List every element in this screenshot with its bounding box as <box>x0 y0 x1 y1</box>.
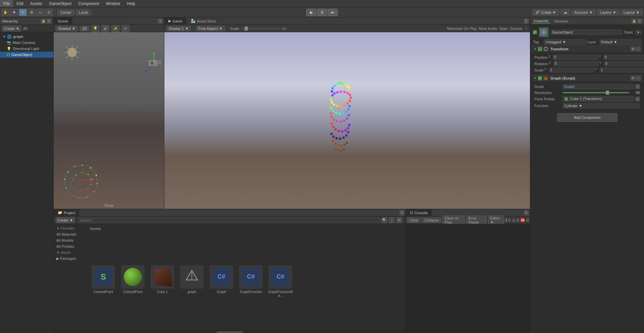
local-button[interactable]: Local <box>76 9 91 15</box>
asset-coloredpoint-mat[interactable]: ColoredPoint <box>119 265 146 294</box>
sidebar-packages[interactable]: ▶ Packages <box>54 255 87 261</box>
asset-coloredpoint-shader[interactable]: S ColoredPoint <box>90 265 117 294</box>
scene-effects-btn[interactable]: ✨ <box>111 25 119 32</box>
tab-console[interactable]: ⊡ Console <box>406 209 432 217</box>
tab-services[interactable]: Services <box>553 19 570 23</box>
2d-toggle[interactable]: 2D <box>80 26 89 31</box>
search-icon[interactable]: 🔍 <box>381 217 387 223</box>
display-dropdown[interactable]: Display 1 ▼ <box>166 26 191 31</box>
maximize-on-play[interactable]: Maximize On Play <box>447 27 477 31</box>
tab-project[interactable]: 📁 Project <box>54 209 79 217</box>
cloud-button[interactable]: ☁ <box>560 9 570 15</box>
play-button[interactable]: ▶ <box>306 9 316 16</box>
scene-audio-btn[interactable]: 🔊 <box>101 25 109 32</box>
inspector-menu[interactable]: ☰ <box>637 19 642 23</box>
point-prefab-picker-btn[interactable]: ⊙ <box>635 97 640 101</box>
tag-dropdown[interactable]: Untagged ▼ <box>544 39 586 45</box>
graph-settings-btn[interactable]: ⚙ <box>631 76 635 81</box>
gizmos-btn[interactable]: Gizmos <box>510 27 522 31</box>
clear-on-play-btn[interactable]: Clear on Play <box>442 216 465 225</box>
menu-edit[interactable]: Edit <box>13 0 27 7</box>
project-menu-btn[interactable]: ☰ <box>399 210 404 215</box>
menu-gameobject[interactable]: GameObject <box>46 0 75 7</box>
static-dropdown[interactable]: ▼ <box>635 30 641 35</box>
script-value[interactable]: Graph <box>562 84 634 89</box>
editor-btn[interactable]: Editor ▼ <box>488 216 504 225</box>
aspect-dropdown[interactable]: Free Aspect ▼ <box>196 26 225 31</box>
function-dropdown[interactable]: Cylinder ▼ <box>562 103 640 108</box>
collapse-btn[interactable]: Collapse <box>422 218 441 223</box>
graph-active-checkbox[interactable]: ✓ <box>538 76 542 80</box>
hierarchy-create-btn[interactable]: Create ▼ <box>2 26 21 32</box>
account-button[interactable]: Account ▼ <box>572 9 596 15</box>
sort-icon[interactable]: ↕ <box>389 217 395 223</box>
project-search-input[interactable] <box>78 217 380 223</box>
tab-inspector[interactable]: Inspector <box>532 19 550 23</box>
center-button[interactable]: Center <box>57 9 74 15</box>
inspector-lock[interactable]: 🔒 <box>632 19 636 23</box>
scale-tool[interactable]: ⊞ <box>28 9 36 16</box>
hierarchy-lock[interactable]: 🔒 <box>41 19 46 23</box>
menu-help[interactable]: Help <box>123 0 139 7</box>
layers-button[interactable]: Layers ▼ <box>597 9 619 15</box>
add-component-button[interactable]: Add Component <box>557 113 618 122</box>
scene-menu-btn[interactable]: ☰ <box>158 19 163 23</box>
gameobject-active-checkbox[interactable]: ✓ <box>533 30 537 34</box>
tab-asset-store[interactable]: 🏪 Asset Store <box>187 17 220 25</box>
scene-gizmo-btn[interactable]: ⊙ <box>121 25 129 32</box>
menu-assets[interactable]: Assets <box>27 0 46 7</box>
gameobject-name-input[interactable] <box>550 30 622 35</box>
layer-dropdown[interactable]: Default ▼ <box>599 39 642 45</box>
scene-light-btn[interactable]: 💡 <box>91 25 99 32</box>
tab-game[interactable]: ▶ Game <box>164 17 187 25</box>
rotate-tool[interactable]: ↻ <box>19 9 27 16</box>
rect-tool[interactable]: ▭ <box>36 9 44 16</box>
asset-graphfunction-cs[interactable]: C# GraphFunction <box>237 265 264 294</box>
pause-button[interactable]: ⏸ <box>317 9 327 16</box>
scale-slider[interactable] <box>240 28 281 29</box>
position-y[interactable] <box>603 55 644 60</box>
transform-active-checkbox[interactable] <box>538 47 542 51</box>
hierarchy-all[interactable]: All <box>23 27 27 31</box>
collab-button[interactable]: 🔗 Collab ▼ <box>532 9 559 15</box>
step-button[interactable]: ⏭ <box>328 9 338 16</box>
menu-file[interactable]: File <box>0 0 13 7</box>
clear-btn[interactable]: Clear <box>407 218 421 223</box>
resolution-slider[interactable] <box>562 92 629 93</box>
transform-tool[interactable]: ⊡ <box>45 9 53 16</box>
hand-tool[interactable]: ✋ <box>1 9 9 16</box>
tab-scene[interactable]: Scene <box>54 17 72 25</box>
asset-cube[interactable]: Cube 1 <box>149 265 176 294</box>
shaded-dropdown[interactable]: Shaded ▼ <box>56 26 78 31</box>
project-scrollbar[interactable] <box>54 330 406 333</box>
hierarchy-item-light[interactable]: 💡 Directional Light <box>0 46 53 52</box>
sidebar-all-materials[interactable]: All Materials <box>54 231 87 237</box>
transform-settings-btn[interactable]: ⚙ <box>631 47 635 51</box>
hierarchy-menu[interactable]: ☰ <box>47 19 51 23</box>
rotation-y[interactable] <box>604 61 644 66</box>
transform-component-header[interactable]: ▼ Transform ⚙ ⋮ <box>532 45 643 53</box>
rotation-x[interactable] <box>553 61 599 66</box>
mute-audio[interactable]: Mute Audio <box>479 27 497 31</box>
scene-3d-view[interactable]: Persp <box>54 32 164 209</box>
stats-btn[interactable]: Stats <box>499 27 508 31</box>
move-tool[interactable]: ✚ <box>10 9 18 16</box>
hierarchy-item-gameobject[interactable]: ⬡ GameObject <box>0 52 53 58</box>
console-menu-btn[interactable]: ☰ <box>524 210 529 215</box>
transform-more-btn[interactable]: ⋮ <box>636 47 641 51</box>
graph-more-btn[interactable]: ⋮ <box>636 76 641 81</box>
sidebar-all-prefabs[interactable]: All Prefabs <box>54 243 87 249</box>
menu-window[interactable]: Window <box>102 0 123 7</box>
asset-graph-unity[interactable]: graph <box>178 265 205 294</box>
error-pause-btn[interactable]: Error Pause <box>466 216 487 225</box>
point-prefab-value[interactable]: Cube 1 (Transform) <box>562 96 634 102</box>
project-create-btn[interactable]: Create ▼ <box>56 217 75 223</box>
menu-component[interactable]: Component <box>75 0 102 7</box>
hierarchy-item-camera[interactable]: 📷 Main Camera <box>0 40 53 46</box>
script-picker-btn[interactable]: ⊙ <box>635 84 640 89</box>
graph-script-component-header[interactable]: ▼ ✓ C# Graph (Script) ⚙ ⋮ <box>532 75 643 82</box>
sidebar-all-models[interactable]: All Models <box>54 237 87 243</box>
scale-y[interactable] <box>600 67 644 73</box>
asset-graph-cs[interactable]: C# Graph <box>208 265 235 294</box>
layout-button[interactable]: Layout ▼ <box>621 9 643 15</box>
